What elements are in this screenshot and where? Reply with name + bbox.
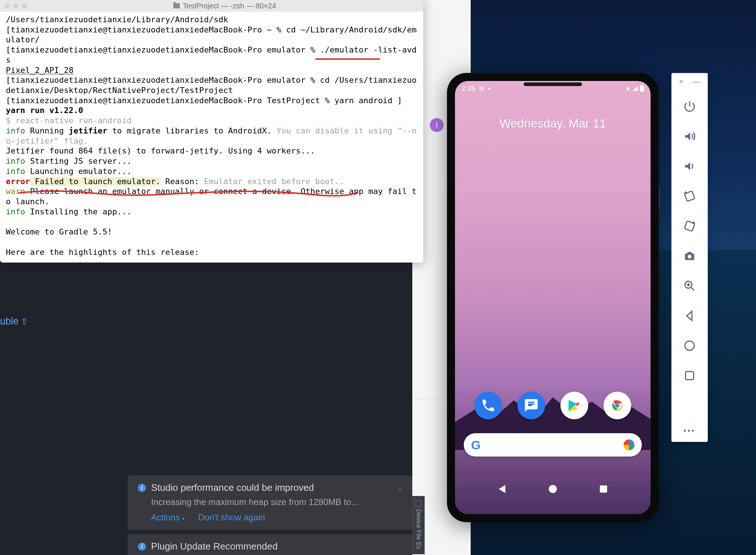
notification-plugin-update[interactable]: i Plugin Update Recommended [128,534,412,555]
phone-app-icon[interactable] [474,392,502,419]
zoom-traffic-light[interactable] [22,3,27,8]
play-store-icon[interactable] [560,392,588,419]
more-icon[interactable]: ••• [683,427,695,437]
terminal-window: TestProject — -zsh — 80×24 /Users/tianxi… [0,0,423,263]
home-date: Wednesday, Mar 11 [455,117,651,131]
chrome-app-icon[interactable] [603,392,631,419]
svg-point-5 [688,255,691,259]
terminal-titlebar[interactable]: TestProject — -zsh — 80×24 [0,0,423,12]
volume-down-button[interactable] [672,151,707,181]
notification-performance[interactable]: i Studio performance could be improved ⌄… [128,476,412,530]
home-nav-button[interactable] [672,331,707,361]
device-file-explorer-tab[interactable]: Device File Ex [412,496,425,554]
back-button[interactable] [497,484,507,494]
notifications-stack: i Studio performance could be improved ⌄… [128,471,412,555]
battery-icon [640,86,644,92]
notification-title: Studio performance could be improved [151,482,314,493]
notification-title: Plugin Update Recommended [151,541,278,552]
annotation-underline-1 [315,58,380,60]
close-icon[interactable]: × [679,77,684,86]
link-fragment[interactable]: uble⇧ [0,316,28,327]
avatar[interactable]: I [430,118,444,132]
phone-frame: 2:35 ⚙ Wednesday, Mar 11 [447,73,659,522]
back-nav-button[interactable] [672,301,707,331]
gear-icon: ⚙ [479,85,484,93]
dont-show-link[interactable]: Don't show again [198,512,265,522]
overview-button[interactable] [599,484,608,494]
side-button [659,186,660,211]
svg-rect-8 [686,372,694,380]
terminal-title: TestProject — -zsh — 80×24 [31,2,419,10]
actions-link[interactable]: Actions ▾ [151,512,185,522]
arrow-up-icon: ⇧ [21,317,28,326]
side-tab-label: Device File Ex [415,509,422,549]
device-icon [416,501,421,507]
messages-app-icon[interactable] [517,392,545,419]
screenshot-button[interactable] [672,241,707,271]
svg-point-7 [685,341,694,350]
close-traffic-light[interactable] [4,3,9,8]
emulator-toolbar: × — ••• [671,73,708,442]
wifi-icon [625,86,630,91]
signal-icon [633,86,638,91]
info-icon: i [138,484,146,492]
volume-up-button[interactable] [672,121,707,151]
minimize-icon[interactable]: — [692,77,700,86]
assistant-icon[interactable] [624,439,634,450]
terminal-body[interactable]: /Users/tianxiezuodetianxie/Library/Andro… [0,12,423,263]
folder-icon [173,3,180,8]
rotate-right-button[interactable] [672,211,707,241]
google-logo-icon: G [471,438,481,452]
info-icon: i [138,543,146,551]
overview-nav-button[interactable] [672,361,707,391]
minimize-traffic-light[interactable] [13,3,18,8]
notification-subtitle: Increasing the maximum heap size from 12… [151,497,404,507]
status-bar: 2:35 ⚙ [455,81,651,96]
google-search-bar[interactable]: G [464,433,642,457]
power-button[interactable] [672,92,707,121]
home-button[interactable] [548,484,558,494]
status-time: 2:35 [462,85,475,93]
android-studio-panel: uble⇧ i Studio performance could be impr… [0,263,412,555]
dock [455,392,651,419]
zoom-button[interactable] [672,271,707,301]
android-emulator: 2:35 ⚙ Wednesday, Mar 11 [447,73,659,522]
rotate-left-button[interactable] [672,181,707,211]
phone-screen[interactable]: 2:35 ⚙ Wednesday, Mar 11 [455,81,651,514]
nav-bar [455,484,651,494]
chevron-down-icon[interactable]: ⌄ [397,484,404,492]
dot-icon [488,88,490,90]
